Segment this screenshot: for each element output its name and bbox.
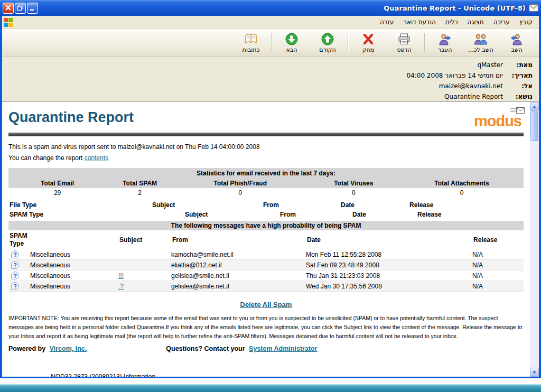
reply-all-button[interactable]: השב לכ...	[463, 30, 499, 55]
spam-probability-banner: The following messages have a high proba…	[8, 221, 524, 230]
next-button[interactable]: הבא	[274, 30, 310, 55]
menu-item-edit[interactable]: עריכה	[489, 17, 515, 27]
stat-val-total-attachments: 0	[400, 188, 524, 198]
subject-label: נושא:	[503, 92, 533, 101]
col-spam-type: SPAM Type	[10, 232, 34, 248]
table-row: ? Miscellaneous .? gelislea@smile.net.il…	[8, 281, 524, 292]
to-label: אל:	[503, 82, 533, 90]
row-type: Miscellaneous	[30, 272, 70, 279]
system-administrator-link[interactable]: System Administrator	[249, 345, 317, 352]
delete-button-label: מחק	[362, 46, 374, 53]
stat-col-total-spam: Total SPAM	[106, 179, 173, 188]
toolbar-separator	[271, 33, 272, 52]
envelope-icon	[529, 4, 538, 12]
report-title: Quarantine Report	[8, 109, 134, 126]
menu-item-file[interactable]: קובץ	[515, 17, 537, 27]
menu-item-message[interactable]: הודעת דואר	[398, 17, 441, 27]
col-date: Date	[307, 236, 473, 244]
toolbar-separator	[348, 33, 348, 52]
questions-text: Questions? Contact your System Administr…	[166, 345, 317, 352]
scrollbar-thumb[interactable]	[530, 111, 538, 141]
delete-all-wrap: Delete All Spam	[8, 300, 524, 309]
question-balloon-icon: ?	[11, 282, 19, 290]
report-intro: This is a spam and virus report sent to …	[8, 143, 524, 151]
addresses-icon	[244, 32, 258, 46]
statistics-title: Statistics for email received in the las…	[8, 168, 524, 179]
windows-logo-icon	[4, 18, 13, 27]
addresses-button[interactable]: כתובות	[233, 30, 269, 55]
vertical-scrollbar[interactable]: ▲ ▼	[530, 102, 539, 377]
spam-header-from: From	[280, 211, 352, 218]
delete-all-spam-link[interactable]: Delete All Spam	[240, 301, 292, 309]
scroll-up-button[interactable]: ▲	[530, 102, 539, 111]
reply-button[interactable]: השב	[499, 30, 535, 55]
reply-all-icon	[474, 32, 488, 46]
important-note: IMPORTANT NOTE: You are receiving this r…	[8, 314, 524, 340]
question-balloon-icon: ?	[11, 272, 19, 279]
from-label: מאת:	[503, 61, 533, 69]
delete-icon	[361, 32, 375, 46]
stat-val-total-phish: 0	[173, 188, 307, 198]
restore-button[interactable]	[15, 3, 26, 14]
to-value: maizel@kavnaki.net	[439, 82, 503, 90]
spam-header-date: Date	[352, 211, 417, 218]
stat-col-total-attachments: Total Attachments	[400, 179, 524, 188]
mail-body: Quarantine Report modus This is a spam a…	[2, 101, 539, 377]
desktop-strip	[0, 378, 541, 384]
title-divider-bar	[8, 133, 524, 136]
minimize-button[interactable]	[27, 3, 38, 14]
scroll-down-button[interactable]: ▼	[530, 368, 539, 377]
question-balloon-icon: ?	[11, 261, 19, 269]
menu-item-view[interactable]: תצוגה	[463, 17, 489, 27]
row-subject-link[interactable]: !!!	[118, 272, 124, 279]
scroll-up-arrow-icon: ▲	[533, 105, 536, 109]
questions-label: Questions? Contact your	[166, 345, 245, 352]
spam-header-type: SPAM Type	[10, 211, 185, 218]
row-date: Sat Feb 09 23:48:49 2008	[306, 262, 472, 269]
taskbar-edge[interactable]	[0, 384, 541, 392]
date-row: תאריך: יום חמישי 14 פברואר 2008‏ 04:00	[8, 71, 533, 80]
to-row: אל: maizel@kavnaki.net	[8, 82, 533, 90]
row-release: N/A	[472, 283, 524, 290]
reply-all-button-label: השב לכ...	[468, 46, 493, 53]
modus-logo: modus	[474, 109, 524, 129]
spam-messages-header-row: SPAM Type Subject From Date Release	[8, 230, 524, 249]
menu-item-help[interactable]: עזרה	[375, 17, 398, 27]
print-icon	[397, 32, 411, 46]
file-header-subject: Subject	[152, 201, 263, 209]
menu-bar: קובץ עריכה תצוגה כלים הודעת דואר עזרה	[2, 16, 539, 29]
vircom-link[interactable]: Vircom, Inc.	[50, 345, 87, 352]
row-type: Miscellaneous	[30, 283, 70, 290]
next-button-label: הבא	[286, 46, 297, 53]
app-window: Quarantine Report - Unicode (UTF-8) קובץ…	[0, 0, 541, 392]
mail-header: מאת: qMaster תאריך: יום חמישי 14 פברואר …	[2, 57, 539, 101]
table-row: ? Miscellaneous !!! gelislea@smile.net.i…	[8, 270, 524, 281]
menu-items: קובץ עריכה תצוגה כלים הודעת דואר עזרה	[375, 17, 537, 27]
menu-item-tools[interactable]: כלים	[441, 17, 463, 27]
close-icon	[5, 3, 12, 13]
row-date: Wed Jan 30 17:35:56 2008	[306, 283, 472, 290]
stat-col-total-email: Total Email	[8, 179, 106, 188]
previous-button[interactable]: הקודם	[310, 30, 346, 55]
row-release: N/A	[472, 262, 524, 269]
contents-link[interactable]: contents	[85, 154, 108, 162]
reply-icon	[510, 32, 524, 46]
forward-button[interactable]: העבר	[427, 30, 463, 55]
stat-col-total-phish: Total Phish/Fraud	[173, 179, 307, 188]
file-header-release: Release	[409, 201, 523, 209]
row-subject-link[interactable]: .?	[118, 283, 124, 290]
date-label: תאריך:	[503, 71, 533, 80]
spam-table-headers: SPAM Type Subject From Date Release	[8, 210, 524, 221]
window-frame: קובץ עריכה תצוגה כלים הודעת דואר עזרה הש…	[0, 16, 541, 378]
print-button[interactable]: הדפס	[386, 30, 422, 55]
delete-button[interactable]: מחק	[350, 30, 386, 55]
report-content: Quarantine Report modus This is a spam a…	[2, 102, 530, 377]
file-table-headers: File Type Subject From Date Release	[8, 198, 524, 210]
restore-icon	[17, 3, 24, 13]
close-button[interactable]	[3, 3, 14, 14]
window-controls	[3, 3, 38, 14]
table-row: ? Miscellaneous eliattia@012.net.il Sat …	[8, 260, 524, 270]
row-type: Miscellaneous	[30, 251, 70, 258]
col-release: Release	[473, 236, 523, 244]
stat-col-total-viruses: Total Viruses	[307, 179, 400, 188]
